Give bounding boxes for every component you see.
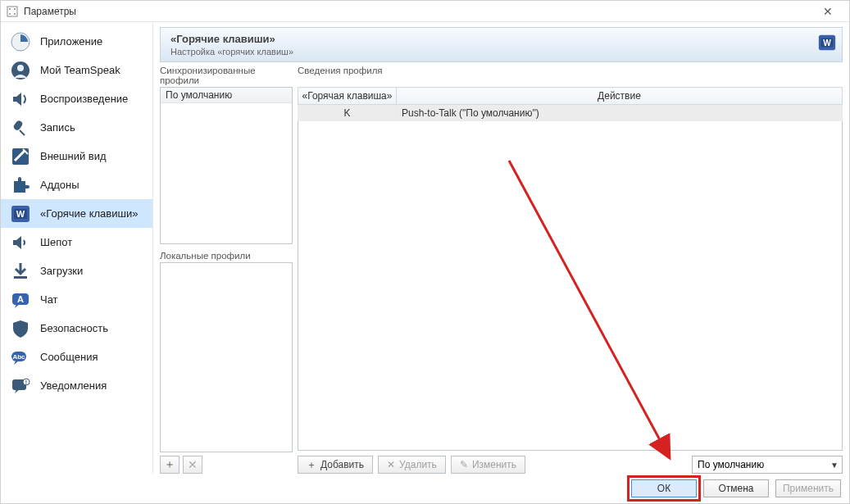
sync-profiles-label: Синхронизированные профили (160, 66, 293, 85)
sidebar-item-myteamspeak[interactable]: Мой TeamSpeak (1, 56, 152, 84)
person-icon (9, 59, 32, 82)
cell-hotkey: K (298, 105, 397, 122)
sidebar-item-label: Аддоны (40, 179, 80, 191)
close-button[interactable]: ✕ (811, 5, 844, 18)
btn-label: Добавить (320, 459, 364, 470)
sidebar-item-capture[interactable]: Запись (1, 113, 152, 142)
btn-label: Удалить (399, 459, 437, 470)
svg-rect-14 (14, 276, 27, 279)
cancel-button[interactable]: Отмена (703, 479, 769, 497)
sidebar-item-chat[interactable]: A Чат (1, 285, 152, 314)
settings-window: Параметры ✕ Приложение Мой TeamSpeak Вос… (0, 0, 850, 504)
combo-value: По умолчанию (698, 459, 764, 470)
section-icon: W (817, 33, 837, 52)
svg-point-3 (9, 13, 11, 15)
content-area: Приложение Мой TeamSpeak Воспроизведение… (1, 22, 849, 474)
local-profiles-label: Локальные профили (160, 251, 293, 261)
local-profiles-list[interactable] (160, 262, 293, 452)
svg-line-9 (20, 130, 25, 135)
sidebar-item-label: Воспроизведение (40, 93, 128, 105)
download-icon (9, 260, 32, 283)
shield-icon (9, 317, 32, 340)
ok-button[interactable]: ОК (631, 479, 697, 497)
svg-point-7 (17, 65, 24, 71)
sidebar-item-label: «Горячие клавиши» (40, 207, 138, 220)
edit-hotkey-button[interactable]: ✎Изменить (451, 456, 525, 474)
profiles-column: По умолчанию Локальные профили ＋ ✕ (160, 87, 293, 474)
section-header: «Горячие клавиши» Настройка «горячих кла… (160, 27, 843, 62)
svg-point-2 (14, 8, 16, 10)
profile-combo[interactable]: По умолчанию ▼ (692, 456, 843, 474)
speaker-out-icon (9, 88, 32, 111)
sidebar-item-playback[interactable]: Воспроизведение (1, 84, 152, 113)
puzzle-icon (9, 174, 32, 197)
sidebar-item-label: Загрузки (40, 265, 83, 277)
sidebar-item-notifications[interactable]: ! Уведомления (1, 371, 152, 400)
sidebar-item-application[interactable]: Приложение (1, 27, 152, 56)
x-icon: ✕ (188, 458, 198, 471)
add-hotkey-button[interactable]: ＋Добавить (298, 456, 373, 474)
svg-rect-8 (12, 119, 23, 130)
sidebar-item-messages[interactable]: Abc Сообщения (1, 343, 152, 371)
profile-details-label: Сведения профиля (298, 66, 843, 85)
profile-row-default[interactable]: По умолчанию (161, 88, 292, 103)
sidebar-item-hotkeys[interactable]: W «Горячие клавиши» (1, 199, 152, 228)
sidebar-item-design[interactable]: Внешний вид (1, 142, 152, 170)
sidebar-item-addons[interactable]: Аддоны (1, 170, 152, 199)
grid-toolbar: ＋Добавить ✕Удалить ✎Изменить По умолчани… (298, 456, 843, 474)
sidebar-item-security[interactable]: Безопасность (1, 314, 152, 343)
hotkeys-table: «Горячая клавиша» Действие K Push-to-Tal… (298, 87, 843, 121)
pencil-icon: ✎ (460, 459, 468, 470)
sidebar-item-downloads[interactable]: Загрузки (1, 257, 152, 285)
svg-text:!: ! (25, 379, 27, 385)
svg-text:W: W (823, 39, 831, 48)
messages-icon: Abc (9, 346, 32, 369)
notifications-icon: ! (9, 375, 32, 397)
btn-label: Изменить (472, 459, 516, 470)
sidebar: Приложение Мой TeamSpeak Воспроизведение… (1, 22, 153, 474)
btn-label: Отмена (718, 483, 753, 494)
plus-icon: ＋ (307, 458, 316, 472)
window-icon (6, 5, 19, 18)
sidebar-item-label: Сообщения (40, 351, 98, 363)
app-icon (9, 30, 32, 53)
col-hotkey[interactable]: «Горячая клавиша» (298, 88, 397, 105)
x-icon: ✕ (387, 459, 395, 470)
remove-profile-button[interactable]: ✕ (183, 456, 202, 474)
titlebar: Параметры ✕ (1, 1, 849, 22)
cell-action: Push-to-Talk ("По умолчанию") (397, 105, 843, 122)
whisper-icon (9, 231, 32, 254)
sidebar-item-label: Внешний вид (40, 150, 107, 162)
svg-text:A: A (17, 294, 24, 304)
delete-hotkey-button[interactable]: ✕Удалить (378, 456, 446, 474)
work-area: По умолчанию Локальные профили ＋ ✕ (160, 87, 843, 474)
hotkeys-grid: «Горячая клавиша» Действие K Push-to-Tal… (298, 87, 843, 452)
microphone-icon (9, 116, 32, 139)
col-action[interactable]: Действие (397, 88, 843, 105)
sidebar-item-whisper[interactable]: Шепот (1, 228, 152, 257)
apply-button[interactable]: Применить (775, 479, 841, 497)
sync-profiles-list[interactable]: По умолчанию (160, 87, 293, 244)
main-panel: «Горячие клавиши» Настройка «горячих кла… (153, 22, 849, 474)
grid-body-empty[interactable] (298, 121, 843, 451)
svg-text:Abc: Abc (12, 353, 25, 361)
column-headers: Синхронизированные профили Сведения проф… (160, 66, 843, 85)
table-row[interactable]: K Push-to-Talk ("По умолчанию") (298, 105, 843, 122)
dialog-footer: ОК Отмена Применить (1, 474, 849, 503)
sidebar-item-label: Приложение (40, 35, 102, 48)
section-title: «Горячие клавиши» (170, 33, 832, 45)
svg-point-1 (9, 8, 11, 10)
btn-label: Применить (783, 483, 834, 494)
section-subtitle: Настройка «горячих клавиш» (170, 47, 832, 57)
svg-text:W: W (16, 209, 25, 219)
sidebar-item-label: Безопасность (40, 322, 108, 334)
details-column: «Горячая клавиша» Действие K Push-to-Tal… (298, 87, 843, 474)
svg-point-4 (14, 13, 16, 15)
svg-rect-0 (7, 7, 17, 16)
sidebar-item-label: Шепот (40, 236, 72, 248)
add-profile-button[interactable]: ＋ (160, 456, 180, 474)
chat-icon: A (9, 288, 32, 311)
keyboard-icon: W (9, 202, 32, 225)
design-icon (9, 145, 32, 168)
sidebar-item-label: Запись (40, 121, 75, 134)
